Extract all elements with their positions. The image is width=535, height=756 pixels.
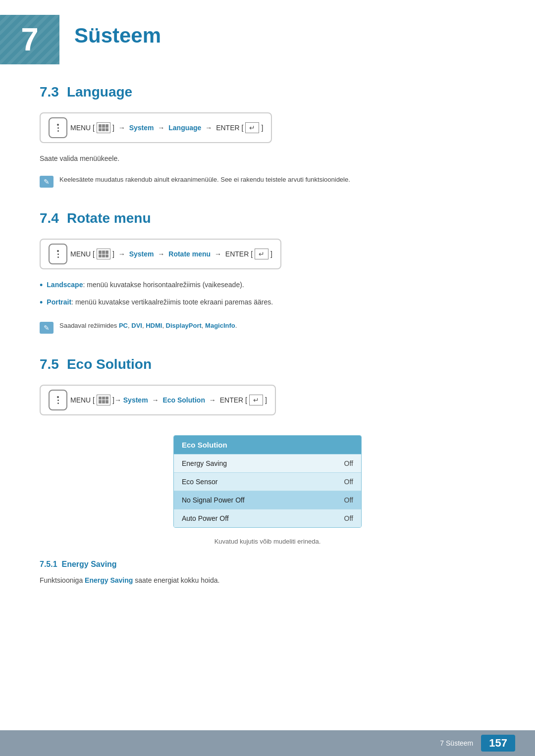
remote-icon-75 bbox=[49, 390, 67, 410]
arrow-3: → bbox=[203, 124, 214, 132]
subsection-751-title: Energy Saving bbox=[61, 560, 116, 568]
subsection-751-heading: 7.5.1 Energy Saving bbox=[40, 560, 495, 569]
section-75: 7.5 Eco Solution MENU [ bbox=[40, 356, 495, 586]
eco-row-1-label: Eco Sensor bbox=[182, 478, 217, 486]
section-73-note: Keelesätete muudatus rakendub ainult ekr… bbox=[40, 172, 495, 191]
note-icon-73 bbox=[40, 176, 54, 188]
remote-dot-75-2 bbox=[57, 400, 59, 401]
path-system-75: System bbox=[123, 396, 148, 404]
bullet-portrait-text: Portrait: menüü kuvatakse vertikaalrežii… bbox=[47, 297, 273, 307]
footer-text: 7 Süsteem bbox=[440, 739, 473, 747]
section-74: 7.4 Rotate menu MENU [ bbox=[40, 210, 495, 337]
section-73-heading: 7.3 Language bbox=[40, 84, 495, 100]
chapter-number: 7 bbox=[21, 21, 39, 58]
enter-label-74: ENTER [ bbox=[225, 250, 253, 258]
path-language: Language bbox=[168, 124, 201, 132]
path-eco: Eco Solution bbox=[162, 396, 205, 404]
menu-prefix-74: MENU [ bbox=[70, 250, 95, 258]
path-system-74: System bbox=[129, 250, 154, 258]
enter-bracket-74: ] bbox=[270, 250, 272, 258]
eco-row-2-value: Off bbox=[344, 496, 353, 504]
section-74-menu-path: MENU [ ] → System → Rotate menu → ENTER … bbox=[40, 239, 281, 269]
eco-solution-menu: Eco Solution Energy Saving Off Eco Senso… bbox=[173, 435, 362, 528]
eco-row-3-label: Auto Power Off bbox=[182, 514, 229, 522]
section-74-number: 7.4 bbox=[40, 210, 59, 226]
section-73-note-text: Keelesätete muudatus rakendub ainult ekr… bbox=[59, 175, 350, 185]
enter-label-75: ENTER [ bbox=[220, 396, 247, 404]
arrow-75-3: → bbox=[207, 396, 218, 404]
page-header: 7 Süsteem bbox=[0, 0, 535, 74]
arrow-75-2: → bbox=[150, 396, 161, 404]
remote-dot-75-3 bbox=[57, 403, 59, 404]
enter-label: ENTER [ bbox=[216, 124, 243, 132]
enter-bracket-75: ] bbox=[265, 396, 267, 404]
footer-page-number: 157 bbox=[481, 735, 515, 752]
menu-suffix-75: ]→ bbox=[112, 396, 123, 404]
remote-dot-3 bbox=[57, 130, 59, 132]
enter-icon-74: ↵ bbox=[255, 249, 268, 259]
remote-dot-2 bbox=[57, 127, 59, 129]
remote-dot-74-3 bbox=[57, 256, 59, 258]
section-73-title: Language bbox=[67, 84, 132, 100]
remote-dot-74-2 bbox=[57, 253, 59, 255]
eco-row-1-value: Off bbox=[344, 478, 353, 486]
remote-dot-74-1 bbox=[57, 250, 59, 252]
section-73: 7.3 Language MENU [ bbox=[40, 84, 495, 191]
eco-menu-row-0[interactable]: Energy Saving Off bbox=[174, 454, 361, 472]
section-75-heading: 7.5 Eco Solution bbox=[40, 356, 495, 372]
bullet-dot-2: • bbox=[40, 296, 43, 310]
eco-row-3-value: Off bbox=[344, 514, 353, 522]
section-73-number: 7.3 bbox=[40, 84, 59, 100]
eco-menu-row-3[interactable]: Auto Power Off Off bbox=[174, 509, 361, 527]
note-icon-74 bbox=[40, 322, 54, 334]
section-74-bullets: • Landscape: menüü kuvatakse horisontaal… bbox=[40, 279, 495, 310]
note-hdmi: HDMI bbox=[146, 322, 162, 329]
section-75-number: 7.5 bbox=[40, 356, 59, 372]
arrow-2: → bbox=[156, 124, 166, 132]
subsection-751: 7.5.1 Energy Saving Funktsiooniga Energy… bbox=[40, 560, 495, 586]
portrait-desc: : menüü kuvatakse vertikaalrežiimis toot… bbox=[71, 298, 273, 306]
section-74-title: Rotate menu bbox=[67, 210, 151, 226]
note-dvi: DVI bbox=[131, 322, 142, 329]
menu-prefix: MENU [ bbox=[70, 124, 95, 132]
path-rotate: Rotate menu bbox=[168, 250, 211, 258]
enter-icon: ↵ bbox=[245, 122, 259, 133]
energy-saving-highlight: Energy Saving bbox=[85, 576, 133, 584]
enter-icon-75: ↵ bbox=[249, 395, 263, 405]
arrow-74-3: → bbox=[213, 250, 223, 258]
menu-prefix-75: MENU [ bbox=[70, 396, 95, 404]
subsection-751-number: 7.5.1 bbox=[40, 560, 57, 568]
remote-dot-1 bbox=[57, 124, 59, 126]
section-75-menu-path: MENU [ ]→ System → Eco Solution → ENTER … bbox=[40, 385, 276, 415]
arrow-1: → bbox=[116, 124, 127, 132]
portrait-label: Portrait bbox=[47, 298, 71, 306]
arrow-74-1: → bbox=[116, 250, 127, 258]
section-73-description: Saate valida menüükeele. bbox=[40, 153, 495, 164]
chapter-title: Süsteem bbox=[59, 15, 161, 48]
main-content: 7.3 Language MENU [ bbox=[0, 84, 535, 586]
bullet-landscape: • Landscape: menüü kuvatakse horisontaal… bbox=[40, 279, 495, 293]
section-74-note: Saadaval režiimides PC, DVI, HDMI, Displ… bbox=[40, 318, 495, 337]
remote-icon-74 bbox=[49, 244, 67, 264]
note-pc: PC bbox=[119, 322, 128, 329]
eco-row-2-label: No Signal Power Off bbox=[182, 496, 245, 504]
section-74-note-text: Saadaval režiimides PC, DVI, HDMI, Displ… bbox=[59, 321, 237, 331]
eco-menu-header: Eco Solution bbox=[174, 436, 361, 454]
note-dp: DisplayPort bbox=[166, 322, 202, 329]
chapter-number-block: 7 bbox=[0, 15, 59, 64]
path-system-1: System bbox=[129, 124, 154, 132]
section-73-menu-path: MENU [ ] → System → Language → ENTER [ ↵… bbox=[40, 112, 272, 143]
landscape-label: Landscape bbox=[47, 281, 83, 289]
eco-row-0-value: Off bbox=[344, 459, 353, 467]
menu-suffix-74: ] bbox=[112, 250, 114, 258]
bullet-landscape-text: Landscape: menüü kuvatakse horisontaalre… bbox=[47, 279, 244, 290]
grid-icon-75 bbox=[97, 395, 110, 405]
bullet-dot-1: • bbox=[40, 278, 43, 293]
eco-menu-row-2[interactable]: No Signal Power Off Off bbox=[174, 491, 361, 509]
desc-suffix: saate energiat kokku hoida. bbox=[133, 576, 219, 584]
eco-row-0-label: Energy Saving bbox=[182, 459, 227, 467]
page-footer: 7 Süsteem 157 bbox=[0, 730, 535, 756]
eco-menu-row-1[interactable]: Eco Sensor Off bbox=[174, 472, 361, 491]
remote-icon bbox=[49, 117, 67, 138]
bullet-portrait: • Portrait: menüü kuvatakse vertikaalrež… bbox=[40, 297, 495, 310]
